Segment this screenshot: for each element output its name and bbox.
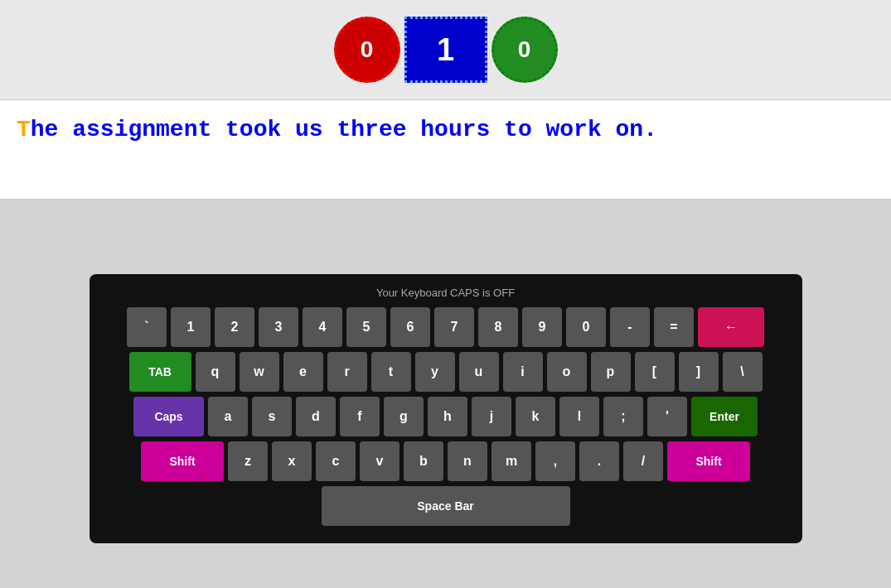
keyboard: Your Keyboard CAPS is OFF ` 1 2 3 4 5 6 …	[90, 274, 802, 543]
key-r[interactable]: r	[327, 352, 367, 392]
key-tab[interactable]: TAB	[129, 352, 191, 392]
key-x[interactable]: x	[272, 441, 312, 481]
key-u[interactable]: u	[459, 352, 499, 392]
key-y[interactable]: y	[415, 352, 455, 392]
keyboard-row-1: ` 1 2 3 4 5 6 7 8 9 0 - = ←	[102, 307, 790, 347]
key-lbracket[interactable]: [	[635, 352, 675, 392]
key-backtick[interactable]: `	[127, 307, 167, 347]
key-quote[interactable]: '	[647, 397, 687, 436]
key-5[interactable]: 5	[346, 307, 386, 347]
key-0[interactable]: 0	[566, 307, 606, 347]
key-q[interactable]: q	[196, 352, 235, 392]
key-k[interactable]: k	[516, 397, 555, 436]
keyboard-section: Your Keyboard CAPS is OFF ` 1 2 3 4 5 6 …	[0, 266, 891, 560]
keyboard-row-2: TAB q w e r t y u i o p [ ] \	[102, 352, 790, 392]
key-shift-right[interactable]: Shift	[667, 441, 750, 481]
key-j[interactable]: j	[472, 397, 511, 436]
key-6[interactable]: 6	[390, 307, 430, 347]
key-equals[interactable]: =	[654, 307, 694, 347]
key-m[interactable]: m	[492, 441, 531, 481]
key-comma[interactable]: ,	[535, 441, 575, 481]
key-l[interactable]: l	[559, 397, 599, 436]
key-4[interactable]: 4	[303, 307, 342, 347]
key-9[interactable]: 9	[522, 307, 562, 347]
key-minus[interactable]: -	[610, 307, 650, 347]
key-c[interactable]: c	[316, 441, 356, 481]
key-n[interactable]: n	[448, 441, 487, 481]
key-w[interactable]: w	[240, 352, 279, 392]
key-period[interactable]: .	[579, 441, 619, 481]
key-2[interactable]: 2	[215, 307, 254, 347]
sentence: The assignment took us three hours to wo…	[17, 113, 874, 147]
key-s[interactable]: s	[252, 397, 292, 436]
key-backspace[interactable]: ←	[698, 307, 764, 347]
key-z[interactable]: z	[228, 441, 268, 481]
key-o[interactable]: o	[547, 352, 587, 392]
key-slash[interactable]: /	[623, 441, 663, 481]
key-semicolon[interactable]: ;	[603, 397, 643, 436]
key-p[interactable]: p	[591, 352, 631, 392]
counter-section: 0 1 0	[0, 0, 891, 100]
middle-counter: 1	[404, 17, 487, 83]
left-counter: 0	[334, 17, 400, 83]
key-h[interactable]: h	[428, 397, 467, 436]
key-t[interactable]: t	[371, 352, 411, 392]
key-7[interactable]: 7	[434, 307, 474, 347]
text-section: The assignment took us three hours to wo…	[0, 100, 891, 200]
caps-status: Your Keyboard CAPS is OFF	[102, 287, 790, 299]
keyboard-row-4: Shift z x c v b n m , . / Shift	[102, 441, 790, 481]
key-shift-left[interactable]: Shift	[141, 441, 224, 481]
key-backslash[interactable]: \	[723, 352, 763, 392]
right-counter: 0	[492, 17, 558, 83]
key-enter[interactable]: Enter	[691, 397, 758, 436]
key-1[interactable]: 1	[171, 307, 211, 347]
key-spacebar[interactable]: Space Bar	[322, 486, 570, 526]
key-i[interactable]: i	[503, 352, 543, 392]
key-d[interactable]: d	[296, 397, 336, 436]
key-caps[interactable]: Caps	[133, 397, 204, 436]
key-f[interactable]: f	[340, 397, 380, 436]
key-v[interactable]: v	[360, 441, 399, 481]
key-8[interactable]: 8	[478, 307, 518, 347]
keyboard-row-3: Caps a s d f g h j k l ; ' Enter	[102, 397, 790, 436]
key-rbracket[interactable]: ]	[679, 352, 719, 392]
keyboard-row-5: Space Bar	[102, 486, 790, 526]
key-3[interactable]: 3	[259, 307, 298, 347]
key-g[interactable]: g	[384, 397, 424, 436]
key-a[interactable]: a	[208, 397, 248, 436]
sentence-rest: he assignment took us three hours to wor…	[31, 117, 657, 142]
middle-spacer	[0, 200, 891, 266]
key-b[interactable]: b	[404, 441, 443, 481]
key-e[interactable]: e	[283, 352, 323, 392]
first-char: T	[17, 117, 31, 142]
